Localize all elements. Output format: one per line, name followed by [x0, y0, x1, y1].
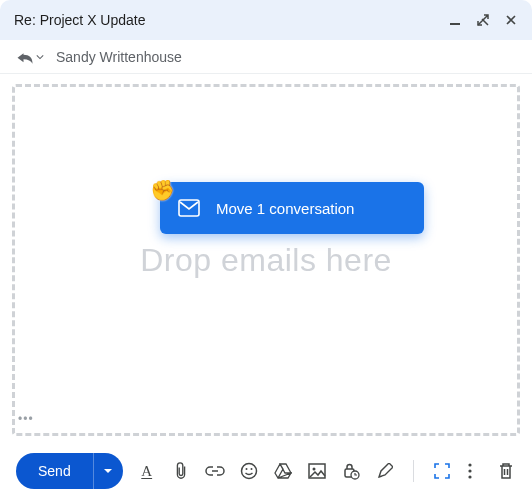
attach-file-button[interactable]	[171, 461, 191, 481]
recipient-name[interactable]: Sandy Writtenhouse	[56, 49, 182, 65]
compose-titlebar: Re: Project X Update	[0, 0, 532, 40]
svg-point-9	[468, 463, 471, 466]
chevron-down-icon	[103, 466, 113, 476]
lock-clock-icon	[342, 462, 360, 480]
kebab-icon	[468, 463, 472, 479]
insert-link-button[interactable]	[205, 461, 225, 481]
popout-button[interactable]	[476, 13, 490, 27]
quoted-text-toggle[interactable]: •••	[18, 412, 34, 426]
compose-title: Re: Project X Update	[14, 12, 448, 28]
send-button-group: Send	[16, 453, 123, 489]
svg-point-4	[250, 468, 252, 470]
svg-point-3	[245, 468, 247, 470]
fullscreen-icon	[432, 462, 452, 480]
drag-pill-label: Move 1 conversation	[216, 200, 354, 217]
pen-icon	[377, 463, 393, 479]
send-button[interactable]: Send	[16, 453, 93, 489]
drop-zone[interactable]: Drop emails here	[12, 84, 520, 436]
drop-zone-placeholder: Drop emails here	[140, 242, 392, 279]
svg-rect-0	[450, 23, 460, 25]
image-icon	[308, 463, 326, 479]
insert-emoji-button[interactable]	[239, 461, 259, 481]
paperclip-icon	[173, 462, 189, 480]
mail-icon	[178, 199, 200, 217]
toolbar-right	[460, 461, 516, 481]
insert-signature-button[interactable]	[375, 461, 395, 481]
send-options-button[interactable]	[93, 453, 123, 489]
format-icons: A	[137, 460, 454, 482]
compose-toolbar: Send A	[0, 442, 532, 500]
insert-image-button[interactable]	[307, 461, 327, 481]
formatting-options-button[interactable]: A	[137, 461, 157, 481]
recipients-row: Sandy Writtenhouse	[0, 40, 532, 74]
more-options-button[interactable]	[460, 461, 480, 481]
toolbar-divider	[413, 460, 414, 482]
reply-type-button[interactable]	[16, 50, 44, 64]
drag-conversation-pill[interactable]: Move 1 conversation	[160, 182, 424, 234]
svg-point-6	[312, 468, 315, 471]
svg-point-2	[241, 464, 256, 479]
close-button[interactable]	[504, 13, 518, 27]
minimize-button[interactable]	[448, 13, 462, 27]
svg-point-10	[468, 469, 471, 472]
svg-point-11	[468, 475, 471, 478]
confidential-mode-button[interactable]	[341, 461, 361, 481]
drive-icon	[274, 463, 292, 479]
insert-drive-button[interactable]	[273, 461, 293, 481]
compose-window: Re: Project X Update Sandy Writtenhouse …	[0, 0, 532, 500]
discard-draft-button[interactable]	[496, 461, 516, 481]
chevron-down-icon	[36, 53, 44, 61]
link-icon	[205, 465, 225, 477]
emoji-icon	[240, 462, 258, 480]
trash-icon	[498, 462, 514, 480]
reply-icon	[16, 50, 34, 64]
fullscreen-toggle-button[interactable]	[432, 461, 452, 481]
titlebar-actions	[448, 13, 518, 27]
compose-body-area[interactable]: Drop emails here ✊ Move 1 conversation •…	[0, 74, 532, 442]
